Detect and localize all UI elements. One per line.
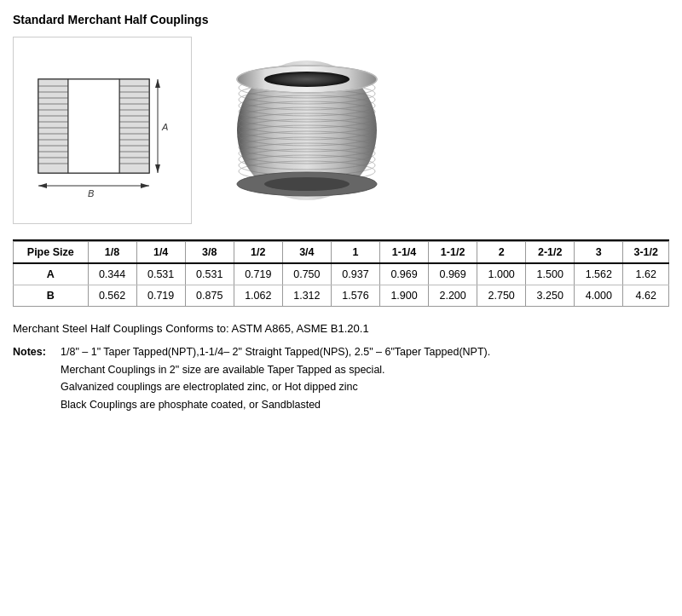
notes-first-line: Notes: 1/8" – 1" Taper Tapped(NPT),1-1/4… [13, 343, 669, 361]
conforms-text: Merchant Steel Half Couplings Conforms t… [13, 322, 369, 335]
cell-b-col4: 1.312 [282, 285, 331, 307]
col-header-112: 1-1/2 [429, 242, 477, 264]
product-photo [209, 37, 405, 224]
cell-b-col0: 0.562 [88, 285, 136, 307]
col-header-312: 3-1/2 [623, 242, 669, 264]
svg-text:B: B [88, 188, 94, 199]
svg-marker-33 [155, 79, 160, 88]
col-header-114: 1-1/4 [379, 242, 428, 264]
table-body: A0.3440.5310.5310.7190.7500.9370.9690.96… [14, 263, 669, 307]
cell-a-col9: 1.500 [526, 263, 575, 285]
cell-b-col1: 0.719 [136, 285, 185, 307]
col-header-38: 3/8 [185, 242, 234, 264]
cell-a-col5: 0.937 [331, 263, 379, 285]
svg-rect-31 [68, 79, 119, 173]
cell-b-col5: 1.576 [331, 285, 379, 307]
cell-b-col3: 1.062 [234, 285, 282, 307]
cell-a-col2: 0.531 [185, 263, 234, 285]
cell-b-col8: 2.750 [477, 285, 526, 307]
conforms-section: Merchant Steel Half Couplings Conforms t… [13, 322, 669, 335]
col-header-14: 1/4 [136, 242, 185, 264]
cell-a-col1: 0.531 [136, 263, 185, 285]
data-table-container: Pipe Size1/81/43/81/23/411-1/41-1/222-1/… [13, 239, 669, 307]
notes-label: Notes: [13, 343, 61, 361]
svg-text:A: A [161, 122, 168, 132]
col-header-1: 1 [331, 242, 379, 264]
cell-a-col4: 0.750 [282, 263, 331, 285]
notes-section: Notes: 1/8" – 1" Taper Tapped(NPT),1-1/4… [13, 343, 669, 414]
cell-b-col11: 4.62 [623, 285, 669, 307]
svg-marker-38 [141, 183, 149, 188]
row-label-b: B [14, 285, 89, 307]
table-row: A0.3440.5310.5310.7190.7500.9370.9690.96… [14, 263, 669, 285]
col-header-34: 3/4 [282, 242, 331, 264]
col-header-3: 3 [575, 242, 623, 264]
row-label-a: A [14, 263, 89, 285]
top-section: A B [13, 37, 669, 224]
cell-a-col7: 0.969 [429, 263, 477, 285]
col-header-12: 1/2 [234, 242, 282, 264]
cell-b-col10: 4.000 [575, 285, 623, 307]
cell-a-col8: 1.000 [477, 263, 526, 285]
cell-a-col6: 0.969 [379, 263, 428, 285]
note-line-2: Merchant Couplings in 2" size are availa… [13, 361, 669, 379]
cell-b-col9: 3.250 [526, 285, 575, 307]
cell-b-col2: 0.875 [185, 285, 234, 307]
technical-diagram: A B [13, 37, 192, 224]
svg-rect-16 [119, 79, 149, 173]
table-header-row: Pipe Size1/81/43/81/23/411-1/41-1/222-1/… [14, 242, 669, 264]
col-header-212: 2-1/2 [526, 242, 575, 264]
cell-b-col7: 2.200 [429, 285, 477, 307]
svg-point-58 [264, 72, 350, 87]
svg-rect-1 [38, 79, 68, 173]
svg-marker-37 [38, 183, 47, 188]
cell-b-col6: 1.900 [379, 285, 428, 307]
svg-marker-34 [155, 164, 160, 173]
table-row: B0.5620.7190.8751.0621.3121.5761.9002.20… [14, 285, 669, 307]
note-line-4: Black Couplings are phosphate coated, or… [13, 396, 669, 414]
dimensions-table: Pipe Size1/81/43/81/23/411-1/41-1/222-1/… [13, 241, 669, 307]
note-line-1: 1/8" – 1" Taper Tapped(NPT),1-1/4– 2" St… [61, 343, 490, 361]
page-title: Standard Merchant Half Couplings [13, 13, 669, 26]
cell-a-col10: 1.562 [575, 263, 623, 285]
col-header-18: 1/8 [88, 242, 136, 264]
note-line-3: Galvanized couplings are electroplated z… [13, 378, 669, 396]
col-header-2: 2 [477, 242, 526, 264]
cell-a-col0: 0.344 [88, 263, 136, 285]
svg-point-61 [264, 177, 350, 191]
pipe-size-header: Pipe Size [14, 242, 89, 264]
cell-a-col3: 0.719 [234, 263, 282, 285]
cell-a-col11: 1.62 [623, 263, 669, 285]
